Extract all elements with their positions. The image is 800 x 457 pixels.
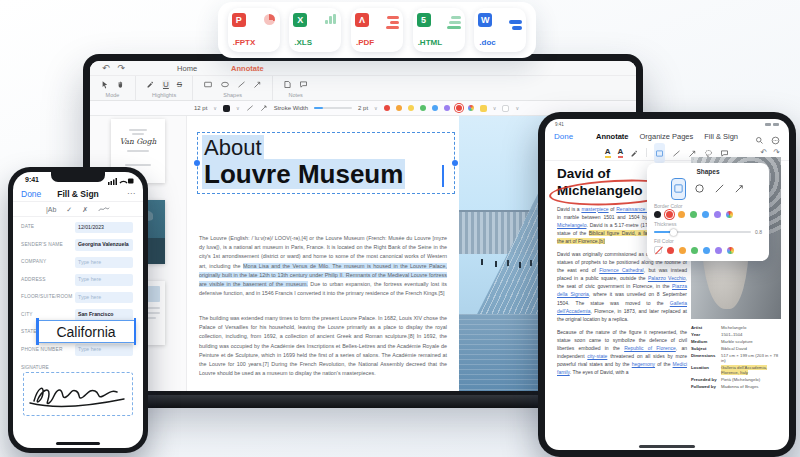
- border-color-purple[interactable]: [714, 211, 721, 218]
- color-dot-orange[interactable]: [396, 105, 402, 111]
- tab-organize-pages[interactable]: Organize Pages: [639, 132, 693, 141]
- line-icon[interactable]: [237, 80, 246, 89]
- selected-text-annotation[interactable]: About Louvre Museum: [197, 132, 455, 194]
- border-color-orange[interactable]: [678, 211, 685, 218]
- format-tile-pptx[interactable]: P .FPTX: [228, 8, 280, 52]
- sender-name-field[interactable]: Georgina Valenzuela: [75, 239, 133, 251]
- rectangle-icon[interactable]: [203, 80, 213, 89]
- fill-color-purple[interactable]: [715, 247, 722, 254]
- text-tool-icon[interactable]: |Ab: [46, 206, 56, 213]
- infobox-label: Subject: [691, 346, 721, 351]
- tab-annotate[interactable]: Annotate: [231, 64, 264, 73]
- hand-icon[interactable]: [116, 80, 125, 90]
- color-dot-green[interactable]: [420, 105, 426, 111]
- shape-line[interactable]: [714, 180, 725, 198]
- thickness-label: Thickness: [654, 221, 762, 227]
- format-tile-xls[interactable]: X .XLS: [289, 8, 341, 52]
- infobox-label: Artist: [691, 325, 721, 330]
- form-row: ADDRESS Type here: [13, 272, 143, 290]
- field-label: PHONE NUMBER: [21, 347, 63, 352]
- signature-box[interactable]: [23, 372, 133, 416]
- comment-icon[interactable]: [299, 80, 308, 89]
- color-dot-red-selected[interactable]: [456, 105, 462, 111]
- format-tile-doc[interactable]: W .doc: [474, 8, 526, 52]
- tablet-status-icons: [765, 123, 779, 126]
- thickness-value: 0.8: [755, 229, 762, 235]
- undo-icon[interactable]: ↶: [102, 63, 110, 73]
- doc-title-line2: Louvre Museum: [202, 160, 450, 190]
- border-color-black[interactable]: [654, 211, 661, 218]
- shape-arrow[interactable]: [734, 180, 745, 198]
- date-field[interactable]: 12/01/2023: [75, 222, 133, 234]
- pen-tool-icon[interactable]: [630, 144, 639, 162]
- form-row: DATE 12/01/2023: [13, 219, 143, 237]
- phone-number-field[interactable]: Type here: [75, 344, 133, 356]
- fill-color-orange[interactable]: [679, 247, 686, 254]
- fill-color-custom[interactable]: [727, 247, 734, 254]
- group-label: Notes: [288, 92, 302, 98]
- selection-handle-left[interactable]: [194, 160, 200, 166]
- redo-icon[interactable]: ↷: [773, 148, 780, 157]
- city-field[interactable]: San Francisco: [75, 309, 133, 321]
- tablet-device: 9:41 Done Annotate Organize Pages Fill &…: [538, 112, 796, 457]
- check-tool-icon[interactable]: ✓: [66, 206, 72, 214]
- format-tile-pdf[interactable]: Λ .PDF: [351, 8, 403, 52]
- line-style-icon[interactable]: [246, 104, 254, 113]
- ellipse-icon[interactable]: [220, 80, 230, 89]
- fill-color-green[interactable]: [691, 247, 698, 254]
- color-dot-custom[interactable]: [468, 105, 474, 111]
- border-color-red-selected[interactable]: [666, 211, 673, 218]
- tab-fill-sign[interactable]: Fill & Sign: [704, 132, 738, 141]
- fill-swatch-none[interactable]: [502, 105, 509, 112]
- infobox-label: Dimensions: [691, 353, 721, 364]
- state-value-editor[interactable]: California: [37, 320, 135, 343]
- highlight-tool-icon[interactable]: A: [605, 147, 611, 158]
- arrow-style-icon[interactable]: [260, 104, 268, 113]
- color-swatch-black[interactable]: [223, 105, 230, 112]
- undo-icon[interactable]: ↶: [761, 148, 768, 157]
- fill-color-blue[interactable]: [703, 247, 710, 254]
- company-field[interactable]: Type here: [75, 257, 133, 269]
- shape-tool-icon-selected[interactable]: [654, 143, 665, 163]
- infobox-value: Biblical David: [721, 346, 784, 351]
- tab-home[interactable]: Home: [177, 64, 197, 73]
- fill-color-red[interactable]: [667, 247, 674, 254]
- selection-handle-right[interactable]: [452, 160, 458, 166]
- phone-device: 9:41 Done Fill & Sign ⋯ |Ab ✓ ✗ DATE 12/…: [8, 167, 148, 453]
- more-icon[interactable]: ⋯: [127, 189, 135, 198]
- underline-tool-icon[interactable]: A: [618, 147, 624, 158]
- border-color-green[interactable]: [690, 211, 697, 218]
- arrow-icon[interactable]: [253, 80, 262, 89]
- address-field[interactable]: Type here: [75, 274, 133, 286]
- shape-circle[interactable]: [694, 180, 705, 198]
- cross-tool-icon[interactable]: ✗: [82, 206, 88, 214]
- signature-tool-icon[interactable]: [98, 205, 110, 214]
- redo-icon[interactable]: ↷: [118, 63, 126, 73]
- color-dot-blue[interactable]: [432, 105, 438, 111]
- border-color-blue[interactable]: [702, 211, 709, 218]
- fill-color-none-selected[interactable]: [654, 246, 662, 254]
- floor-suite-room-field[interactable]: Type here: [75, 292, 133, 304]
- color-dot-purple[interactable]: [444, 105, 450, 111]
- status-icons: [108, 177, 134, 186]
- article-paragraph-3: Because of the nature of the figure it r…: [557, 328, 687, 377]
- cursor-icon[interactable]: [100, 80, 109, 90]
- pencil-icon[interactable]: [146, 80, 155, 89]
- color-dot-red[interactable]: [384, 105, 390, 111]
- shape-square-selected[interactable]: [672, 179, 685, 199]
- stroke-width-slider[interactable]: [314, 107, 352, 109]
- font-size-select[interactable]: 12 pt: [194, 105, 207, 111]
- format-tile-html[interactable]: 5 .HTML: [413, 8, 465, 52]
- infobox-table: ArtistMichelangelo Year1501–1504 MediumM…: [691, 325, 784, 391]
- stroke-value-select[interactable]: 2 pt: [358, 105, 368, 111]
- tab-annotate[interactable]: Annotate: [596, 132, 629, 141]
- format-ext-label: .XLS: [294, 38, 312, 47]
- fill-swatch-yellow[interactable]: [480, 105, 487, 112]
- underline-icon[interactable]: U: [162, 80, 170, 89]
- thickness-slider[interactable]: [654, 231, 751, 233]
- note-icon[interactable]: [283, 80, 292, 89]
- color-dot-yellow[interactable]: [408, 105, 414, 111]
- border-color-custom[interactable]: [726, 211, 733, 218]
- line-tool-icon[interactable]: [672, 144, 681, 162]
- strikethrough-icon[interactable]: S: [177, 80, 182, 89]
